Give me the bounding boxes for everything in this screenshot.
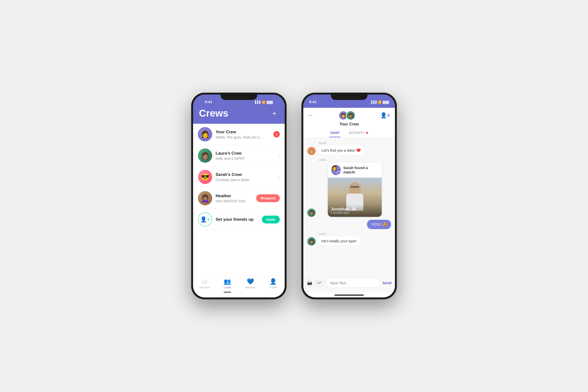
bottom-nav: 🗂 Discover 👥 Crews 💙 Matches 👤 Profile (193, 276, 285, 298)
signal-icon: ▐▐▐ (254, 100, 260, 104)
message-row-right: YES!!! 😍 (307, 220, 391, 229)
match-card-header: 👩 ✓ Sarah found a match! (328, 162, 382, 178)
crews-title: Crews (199, 108, 228, 119)
sidebar-item-discover[interactable]: 🗂 Discover (193, 278, 216, 289)
battery-icon-2: ▓▓▓ (383, 100, 389, 104)
crew-name: Heather (216, 194, 253, 198)
nav-discover-label: Discover (199, 286, 210, 289)
crew-name: Sarah's Crew (216, 172, 275, 177)
crew-info: Your Crew Sarah: Hey guys, have you s... (216, 130, 270, 139)
avatar: 😎 (198, 170, 212, 184)
wifi-icon-2: 📶 (378, 100, 382, 104)
activity-notification-dot (366, 132, 368, 134)
match-photo-overlay: Jonathan, 26 3 HOURS AGO (328, 204, 382, 217)
nav-crews-label: Crews (224, 286, 231, 289)
notch-1 (220, 92, 257, 100)
message-sender: Laura (318, 158, 391, 162)
verified-icon: ✓ (337, 171, 341, 175)
crew-name: Laura's Crew (216, 151, 275, 156)
chat-header-content: ← 👩 👩🏽 👤≡ Your Crew CHAT (303, 108, 395, 138)
avatar: 👩🏽 (307, 237, 316, 246)
crew-preview: Kelly sent a GIPHY (216, 156, 275, 160)
crew-info: Laura's Crew Kelly sent a GIPHY (216, 151, 275, 160)
chevron-right-icon: › (278, 174, 280, 180)
wifi-icon: 📶 (262, 100, 265, 104)
crew-info: Heather HAS INVITED YOU (216, 194, 253, 203)
invite-button[interactable]: Invite (262, 216, 280, 224)
message-group: Laura 👩🏽 He's totally your type! (307, 232, 391, 246)
contacts-icon[interactable]: 👤≡ (380, 112, 390, 118)
list-item[interactable]: 👩🏽‍🦱 Heather HAS INVITED YOU Respond (193, 188, 285, 209)
list-item[interactable]: 👩🏽 Laura's Crew Kelly sent a GIPHY › (193, 145, 285, 166)
nav-profile-label: Profile (270, 286, 277, 289)
avatar: 👩🏼 (307, 147, 316, 155)
status-time-2: 9:41 (309, 100, 316, 104)
crews-icon: 👥 (224, 278, 231, 285)
crew-avatars-header: 👩 👩🏽 (338, 111, 355, 120)
matches-icon: 💙 (247, 278, 254, 285)
chat-input-bar: 📷 GIF Send (303, 276, 395, 292)
match-found-label: Sarah found a match! (343, 166, 378, 174)
crew-preview: HAS INVITED YOU (216, 199, 253, 203)
phone-1: 9:41 ▐▐▐ 📶 ▓▓▓ Crews + 👩 Your Crew (191, 92, 287, 300)
match-card-text: Sarah found a match! (343, 166, 378, 174)
crew-member-avatar: 👩🏽 (346, 111, 355, 120)
chat-crew-name: Your Crew (340, 122, 359, 126)
tab-activity[interactable]: ACTIVITY (348, 129, 369, 137)
message-sender: Sarah (318, 141, 391, 145)
tab-chat[interactable]: CHAT (329, 129, 340, 137)
crews-icon-wrapper: 👥 (224, 278, 231, 285)
back-button[interactable]: ← (308, 112, 314, 118)
home-bar (334, 294, 364, 296)
avatar: 👩🏽 (307, 208, 316, 217)
message-group: YES!!! 😍 (307, 220, 391, 229)
match-card: 👩 ✓ Sarah found a match! (328, 162, 382, 217)
camera-icon[interactable]: 📷 (307, 278, 312, 288)
signal-icon-2: ▐▐▐ (370, 100, 376, 104)
chat-tabs: CHAT ACTIVITY (308, 129, 390, 138)
send-button[interactable]: Send (382, 281, 392, 285)
sidebar-item-matches[interactable]: 💙 Matches (239, 278, 262, 289)
crew-preview: Sarah: Hey guys, have you s... (216, 135, 270, 139)
message-row: 👩🏽 He's totally your type! (307, 236, 391, 246)
respond-button[interactable]: Respond (256, 194, 280, 202)
invite-item[interactable]: 👤+ Set your friends up Invite (193, 209, 285, 230)
phone-2: 9:41 ▐▐▐ 📶 ▓▓▓ ← 👩 � (301, 92, 397, 300)
crew-preview: Courtney sent a photo (216, 178, 275, 182)
message-bubble: Let's find you a date! ❤️ (318, 146, 365, 155)
home-indicator (303, 292, 395, 298)
gif-button[interactable]: GIF (314, 280, 324, 286)
nav-matches-label: Matches (245, 286, 256, 289)
chat-input[interactable] (326, 278, 380, 288)
add-person-icon: 👤+ (200, 216, 210, 223)
sidebar-item-profile[interactable]: 👤 Profile (262, 278, 285, 289)
invite-avatar-icon: 👤+ (198, 212, 212, 226)
message-bubble: He's totally your type! (318, 236, 360, 246)
chat-messages: Sarah 👩🏼 Let's find you a date! ❤️ Laura… (303, 138, 395, 276)
crew-info: Sarah's Crew Courtney sent a photo (216, 172, 275, 182)
notch-2 (331, 92, 368, 100)
match-photo: Jonathan, 26 3 HOURS AGO (328, 178, 382, 217)
status-time-1: 9:41 (205, 100, 212, 104)
nav-active-indicator (224, 292, 231, 292)
chevron-right-icon: › (278, 153, 280, 158)
chat-header-top: ← 👩 👩🏽 👤≡ (308, 111, 390, 120)
add-crew-button[interactable]: + (270, 109, 279, 118)
match-name: Jonathan, 26 (331, 207, 379, 212)
message-group: Laura 👩🏽 👩 ✓ Sarah found a match! (307, 158, 391, 217)
discover-icon: 🗂 (202, 278, 208, 285)
crew-info: Set your friends up (216, 217, 258, 222)
crews-title-row: Crews + (199, 105, 279, 119)
avatar: 👩🏽 (198, 148, 212, 163)
message-row: 👩🏼 Let's find you a date! ❤️ (307, 146, 391, 155)
status-icons-1: ▐▐▐ 📶 ▓▓▓ (254, 100, 273, 104)
battery-icon: ▓▓▓ (266, 100, 273, 104)
match-card-avatar: 👩 ✓ (331, 165, 341, 175)
sidebar-item-crews[interactable]: 👥 Crews (216, 278, 239, 292)
crew-name: Your Crew (216, 130, 270, 134)
message-group: Sarah 👩🏼 Let's find you a date! ❤️ (307, 141, 391, 155)
status-icons-2: ▐▐▐ 📶 ▓▓▓ (370, 100, 389, 104)
list-item[interactable]: 👩 Your Crew Sarah: Hey guys, have you s.… (193, 124, 285, 145)
match-time: 3 HOURS AGO (331, 212, 379, 214)
list-item[interactable]: 😎 Sarah's Crew Courtney sent a photo › (193, 166, 285, 188)
